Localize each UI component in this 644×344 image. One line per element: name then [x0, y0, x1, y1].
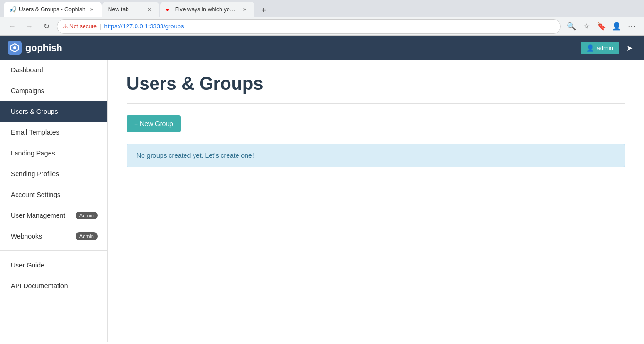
empty-groups-message: No groups created yet. Let's create one!	[127, 144, 625, 167]
sidebar-label-api-documentation: API Documentation	[11, 282, 68, 290]
collections-button[interactable]: 🔖	[595, 20, 608, 33]
browser-tab-2[interactable]: New tab ✕	[102, 2, 159, 17]
user-icon: 👤	[586, 44, 594, 52]
search-toolbar-button[interactable]: 🔍	[565, 20, 578, 33]
sidebar-item-campaigns[interactable]: Campaigns	[0, 80, 107, 101]
tab-close-3[interactable]: ✕	[241, 6, 249, 13]
brand-icon	[8, 41, 22, 55]
sidebar-label-account-settings: Account Settings	[11, 191, 60, 198]
sidebar-label-user-management: User Management	[11, 212, 65, 219]
toolbar-icons: 🔍 ☆ 🔖 👤 ⋯	[565, 20, 638, 33]
not-secure-indicator: ⚠ Not secure	[63, 23, 97, 30]
page-title-divider	[127, 103, 625, 104]
sidebar: Dashboard Campaigns Users & Groups Email…	[0, 60, 108, 342]
brand-name: gophish	[25, 43, 62, 53]
address-bar[interactable]: ⚠ Not secure | https://127.0.0.1:3333/gr…	[57, 19, 561, 34]
sidebar-item-webhooks[interactable]: Webhooks Admin	[0, 226, 107, 247]
sidebar-item-api-documentation[interactable]: API Documentation	[0, 275, 107, 296]
browser-tab-3[interactable]: ● Five ways in which you can comb... ✕	[160, 2, 254, 17]
navbar-right: 👤 admin ➤	[581, 42, 636, 54]
browser-tab-1[interactable]: 🎣 Users & Groups - Gophish ✕	[4, 2, 102, 17]
tab-favicon-1: 🎣	[9, 6, 16, 13]
logout-button[interactable]: ➤	[623, 42, 636, 54]
sidebar-label-email-templates: Email Templates	[11, 129, 59, 136]
back-button[interactable]: ←	[6, 20, 19, 33]
new-group-button[interactable]: + New Group	[127, 115, 181, 132]
logout-icon: ➤	[627, 44, 633, 52]
sidebar-item-account-settings[interactable]: Account Settings	[0, 184, 107, 205]
user-management-badge: Admin	[76, 212, 98, 219]
forward-button[interactable]: →	[23, 20, 36, 33]
star-button[interactable]: ☆	[580, 20, 593, 33]
sidebar-item-user-guide[interactable]: User Guide	[0, 255, 107, 275]
sidebar-item-sending-profiles[interactable]: Sending Profiles	[0, 163, 107, 184]
more-button[interactable]: ⋯	[625, 20, 638, 33]
sidebar-item-landing-pages[interactable]: Landing Pages	[0, 143, 107, 163]
sidebar-item-users-groups[interactable]: Users & Groups	[0, 101, 107, 122]
sidebar-divider	[0, 250, 107, 251]
app-brand: gophish	[8, 41, 62, 55]
reload-button[interactable]: ↻	[40, 20, 53, 33]
admin-button[interactable]: 👤 admin	[581, 42, 619, 54]
sidebar-label-landing-pages: Landing Pages	[11, 149, 55, 157]
svg-point-1	[13, 46, 16, 49]
sidebar-item-user-management[interactable]: User Management Admin	[0, 205, 107, 226]
browser-toolbar: ← → ↻ ⚠ Not secure | https://127.0.0.1:3…	[0, 17, 644, 36]
warning-icon: ⚠	[63, 23, 68, 30]
tab-title-1: Users & Groups - Gophish	[19, 6, 85, 13]
not-secure-label: Not secure	[69, 23, 97, 30]
sidebar-item-email-templates[interactable]: Email Templates	[0, 122, 107, 143]
sidebar-label-dashboard: Dashboard	[11, 66, 43, 74]
page-title: Users & Groups	[127, 74, 625, 94]
main-content: Users & Groups + New Group No groups cre…	[108, 60, 644, 342]
sidebar-label-user-guide: User Guide	[11, 261, 44, 269]
new-tab-button[interactable]: +	[257, 4, 271, 17]
address-url[interactable]: https://127.0.0.1:3333/groups	[104, 23, 184, 30]
app-body: Dashboard Campaigns Users & Groups Email…	[0, 60, 644, 342]
empty-message-text: No groups created yet. Let's create one!	[136, 152, 254, 159]
tab-title-3: Five ways in which you can comb...	[175, 6, 238, 13]
sidebar-label-users-groups: Users & Groups	[11, 108, 58, 115]
browser-tabs: 🎣 Users & Groups - Gophish ✕ New tab ✕ ●…	[0, 0, 644, 17]
sidebar-label-campaigns: Campaigns	[11, 87, 44, 95]
tab-title-2: New tab	[108, 6, 143, 13]
admin-label: admin	[597, 44, 613, 52]
profile-button[interactable]: 👤	[610, 20, 623, 33]
sidebar-label-webhooks: Webhooks	[11, 232, 42, 240]
tab-close-1[interactable]: ✕	[88, 6, 96, 13]
gophish-logo-icon	[10, 43, 19, 52]
browser-chrome: 🎣 Users & Groups - Gophish ✕ New tab ✕ ●…	[0, 0, 644, 36]
tab-close-2[interactable]: ✕	[146, 6, 153, 13]
tab-favicon-3: ●	[166, 6, 172, 13]
app-container: gophish 👤 admin ➤ Dashboard Campaigns Us…	[0, 36, 644, 342]
address-divider: |	[100, 23, 101, 30]
sidebar-label-sending-profiles: Sending Profiles	[11, 170, 59, 178]
app-navbar: gophish 👤 admin ➤	[0, 36, 644, 60]
webhooks-badge: Admin	[76, 232, 98, 240]
sidebar-item-dashboard[interactable]: Dashboard	[0, 60, 107, 80]
